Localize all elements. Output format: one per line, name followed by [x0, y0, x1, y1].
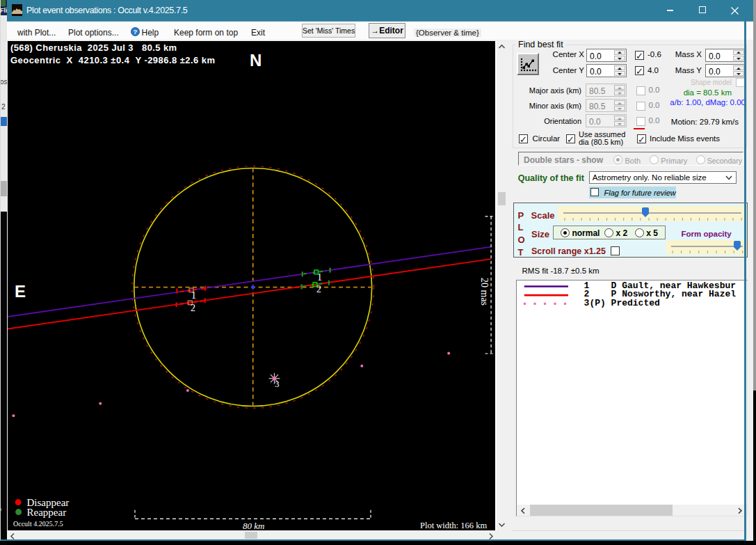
- svg-text:2: 2: [191, 303, 195, 313]
- svg-text:E: E: [15, 282, 26, 301]
- svg-text:(568) Cheruskia 2025 Jul 3: (568) Cheruskia 2025 Jul 3 80.5 km: [10, 42, 177, 53]
- svg-text:Plot width: 166 km: Plot width: 166 km: [420, 521, 487, 530]
- svg-text:2: 2: [316, 284, 321, 294]
- svg-text:?: ?: [133, 28, 137, 35]
- svg-text:N: N: [250, 51, 262, 70]
- svg-text:80 km: 80 km: [243, 521, 264, 531]
- svg-text:Occult 4.2025.7.5: Occult 4.2025.7.5: [13, 520, 63, 528]
- svg-text:3: 3: [275, 379, 280, 389]
- svg-text:Reappear: Reappear: [27, 507, 67, 518]
- svg-text:20 mas: 20 mas: [479, 278, 490, 306]
- svg-text:Geocentric X 4210.3 ±0.4 Y: Geocentric X 4210.3 ±0.4 Y -2986.8 ±2.6 …: [10, 55, 215, 65]
- svg-text:1: 1: [317, 272, 322, 283]
- svg-text:1: 1: [191, 290, 196, 301]
